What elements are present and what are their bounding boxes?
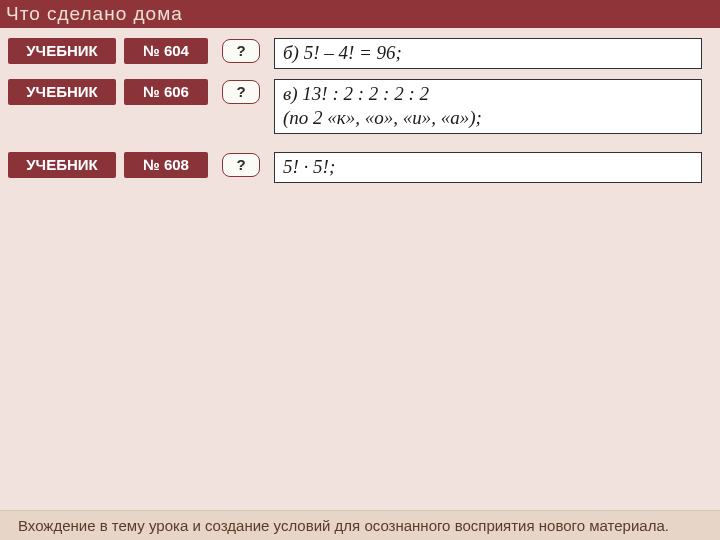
answer-box: 5! · 5!; (274, 152, 702, 183)
source-badge: УЧЕБНИК (8, 152, 116, 178)
answer-text: 5! · 5!; (283, 156, 335, 177)
homework-row: УЧЕБНИК № 606 ? в) 13! : 2 : 2 : 2 : 2 (… (0, 79, 720, 134)
answer-box: в) 13! : 2 : 2 : 2 : 2 (по 2 «к», «о», «… (274, 79, 702, 134)
problem-number-badge: № 608 (124, 152, 208, 178)
source-badge: УЧЕБНИК (8, 38, 116, 64)
source-badge: УЧЕБНИК (8, 79, 116, 105)
hint-button[interactable]: ? (222, 153, 260, 177)
homework-row: УЧЕБНИК № 604 ? б) 5! – 4! = 96; (0, 38, 720, 69)
hint-button[interactable]: ? (222, 80, 260, 104)
answer-text: (по 2 «к», «о», «и», «а»); (283, 107, 482, 128)
answer-box: б) 5! – 4! = 96; (274, 38, 702, 69)
hint-button[interactable]: ? (222, 39, 260, 63)
problem-number-badge: № 606 (124, 79, 208, 105)
answer-text: в) 13! : 2 : 2 : 2 : 2 (283, 83, 429, 104)
problem-number-badge: № 604 (124, 38, 208, 64)
answer-text: б) 5! – 4! = 96; (283, 42, 402, 63)
homework-row: УЧЕБНИК № 608 ? 5! · 5!; (0, 152, 720, 183)
page-title: Что сделано дома (0, 0, 720, 28)
footer-note: Вхождение в тему урока и создание услови… (0, 510, 720, 540)
